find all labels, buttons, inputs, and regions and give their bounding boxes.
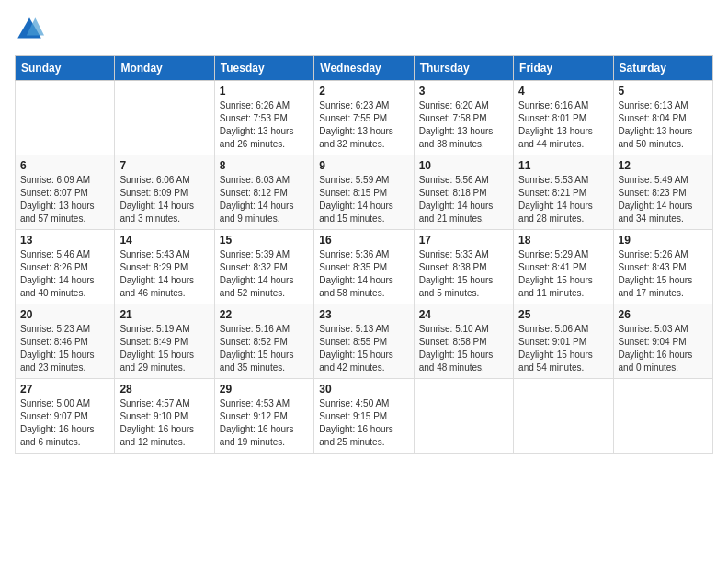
day-info: Sunrise: 4:57 AMSunset: 9:10 PMDaylight:…: [119, 397, 209, 449]
day-cell: 5Sunrise: 6:13 AMSunset: 8:04 PMDaylight…: [613, 81, 712, 155]
day-cell: 29Sunrise: 4:53 AMSunset: 9:12 PMDayligh…: [214, 379, 313, 454]
day-info: Sunrise: 5:46 AMSunset: 8:26 PMDaylight:…: [20, 248, 109, 300]
day-cell: [514, 379, 613, 454]
header-tuesday: Tuesday: [214, 56, 313, 81]
day-info: Sunrise: 5:39 AMSunset: 8:32 PMDaylight:…: [220, 248, 309, 300]
day-cell: 7Sunrise: 6:06 AMSunset: 8:09 PMDaylight…: [115, 155, 214, 230]
day-cell: 25Sunrise: 5:06 AMSunset: 9:01 PMDayligh…: [514, 304, 613, 379]
day-number: 13: [20, 234, 109, 247]
day-number: 6: [20, 159, 109, 172]
day-number: 1: [220, 85, 309, 98]
day-number: 2: [319, 85, 408, 98]
day-cell: 28Sunrise: 4:57 AMSunset: 9:10 PMDayligh…: [115, 379, 214, 454]
day-cell: 20Sunrise: 5:23 AMSunset: 8:46 PMDayligh…: [16, 304, 115, 379]
day-cell: 19Sunrise: 5:26 AMSunset: 8:43 PMDayligh…: [613, 230, 712, 304]
day-number: 5: [619, 85, 708, 98]
day-number: 3: [419, 85, 508, 98]
day-number: 8: [220, 159, 309, 172]
logo-icon: [15, 15, 44, 44]
day-info: Sunrise: 6:03 AMSunset: 8:12 PMDaylight:…: [220, 174, 309, 225]
day-cell: 26Sunrise: 5:03 AMSunset: 9:04 PMDayligh…: [613, 304, 712, 379]
week-row-5: 27Sunrise: 5:00 AMSunset: 9:07 PMDayligh…: [16, 379, 713, 454]
week-row-1: 1Sunrise: 6:26 AMSunset: 7:53 PMDaylight…: [16, 81, 713, 155]
day-info: Sunrise: 6:23 AMSunset: 7:55 PMDaylight:…: [319, 99, 408, 151]
day-info: Sunrise: 5:19 AMSunset: 8:49 PMDaylight:…: [119, 323, 209, 374]
week-row-2: 6Sunrise: 6:09 AMSunset: 8:07 PMDaylight…: [16, 155, 713, 230]
day-cell: 18Sunrise: 5:29 AMSunset: 8:41 PMDayligh…: [514, 230, 613, 304]
day-cell: 10Sunrise: 5:56 AMSunset: 8:18 PMDayligh…: [414, 155, 513, 230]
day-cell: 2Sunrise: 6:23 AMSunset: 7:55 PMDaylight…: [314, 81, 414, 155]
day-info: Sunrise: 5:59 AMSunset: 8:15 PMDaylight:…: [319, 174, 408, 225]
day-info: Sunrise: 6:16 AMSunset: 8:01 PMDaylight:…: [518, 99, 608, 151]
day-number: 19: [619, 234, 708, 247]
header-row: SundayMondayTuesdayWednesdayThursdayFrid…: [16, 56, 713, 81]
day-info: Sunrise: 5:06 AMSunset: 9:01 PMDaylight:…: [518, 323, 608, 374]
day-number: 9: [319, 159, 408, 172]
day-number: 30: [319, 383, 408, 396]
week-row-3: 13Sunrise: 5:46 AMSunset: 8:26 PMDayligh…: [16, 230, 713, 304]
day-number: 18: [518, 234, 608, 247]
day-cell: 12Sunrise: 5:49 AMSunset: 8:23 PMDayligh…: [613, 155, 712, 230]
day-number: 28: [119, 383, 209, 396]
day-cell: 3Sunrise: 6:20 AMSunset: 7:58 PMDaylight…: [414, 81, 513, 155]
day-cell: 14Sunrise: 5:43 AMSunset: 8:29 PMDayligh…: [115, 230, 214, 304]
day-info: Sunrise: 6:09 AMSunset: 8:07 PMDaylight:…: [20, 174, 109, 225]
day-cell: 24Sunrise: 5:10 AMSunset: 8:58 PMDayligh…: [414, 304, 513, 379]
day-number: 14: [119, 234, 209, 247]
day-info: Sunrise: 5:16 AMSunset: 8:52 PMDaylight:…: [220, 323, 309, 374]
day-info: Sunrise: 5:43 AMSunset: 8:29 PMDaylight:…: [119, 248, 209, 300]
day-info: Sunrise: 5:03 AMSunset: 9:04 PMDaylight:…: [619, 323, 708, 374]
day-number: 16: [319, 234, 408, 247]
day-number: 11: [518, 159, 608, 172]
day-cell: 22Sunrise: 5:16 AMSunset: 8:52 PMDayligh…: [214, 304, 313, 379]
day-info: Sunrise: 5:53 AMSunset: 8:21 PMDaylight:…: [518, 174, 608, 225]
day-cell: 15Sunrise: 5:39 AMSunset: 8:32 PMDayligh…: [214, 230, 313, 304]
day-number: 10: [419, 159, 508, 172]
day-info: Sunrise: 4:53 AMSunset: 9:12 PMDaylight:…: [220, 397, 309, 449]
day-cell: 21Sunrise: 5:19 AMSunset: 8:49 PMDayligh…: [115, 304, 214, 379]
day-cell: [16, 81, 115, 155]
day-info: Sunrise: 4:50 AMSunset: 9:15 PMDaylight:…: [319, 397, 408, 449]
header-wednesday: Wednesday: [314, 56, 414, 81]
day-info: Sunrise: 5:56 AMSunset: 8:18 PMDaylight:…: [419, 174, 508, 225]
day-cell: 30Sunrise: 4:50 AMSunset: 9:15 PMDayligh…: [314, 379, 414, 454]
day-number: 29: [220, 383, 309, 396]
day-number: 22: [220, 308, 309, 321]
day-number: 20: [20, 308, 109, 321]
header-monday: Monday: [115, 56, 214, 81]
day-info: Sunrise: 5:29 AMSunset: 8:41 PMDaylight:…: [518, 248, 608, 300]
header-thursday: Thursday: [414, 56, 513, 81]
day-info: Sunrise: 5:00 AMSunset: 9:07 PMDaylight:…: [20, 397, 109, 449]
week-row-4: 20Sunrise: 5:23 AMSunset: 8:46 PMDayligh…: [16, 304, 713, 379]
day-info: Sunrise: 5:49 AMSunset: 8:23 PMDaylight:…: [619, 174, 708, 225]
header-friday: Friday: [514, 56, 613, 81]
day-cell: 27Sunrise: 5:00 AMSunset: 9:07 PMDayligh…: [16, 379, 115, 454]
day-cell: 17Sunrise: 5:33 AMSunset: 8:38 PMDayligh…: [414, 230, 513, 304]
day-number: 26: [619, 308, 708, 321]
header-sunday: Sunday: [16, 56, 115, 81]
header-saturday: Saturday: [613, 56, 712, 81]
logo: [15, 15, 48, 44]
day-cell: 11Sunrise: 5:53 AMSunset: 8:21 PMDayligh…: [514, 155, 613, 230]
day-cell: 6Sunrise: 6:09 AMSunset: 8:07 PMDaylight…: [16, 155, 115, 230]
day-info: Sunrise: 5:23 AMSunset: 8:46 PMDaylight:…: [20, 323, 109, 374]
day-cell: 16Sunrise: 5:36 AMSunset: 8:35 PMDayligh…: [314, 230, 414, 304]
day-number: 17: [419, 234, 508, 247]
day-number: 7: [119, 159, 209, 172]
day-number: 27: [20, 383, 109, 396]
day-cell: [414, 379, 513, 454]
day-cell: 4Sunrise: 6:16 AMSunset: 8:01 PMDaylight…: [514, 81, 613, 155]
day-cell: 1Sunrise: 6:26 AMSunset: 7:53 PMDaylight…: [214, 81, 313, 155]
page-header: [15, 15, 713, 44]
day-info: Sunrise: 6:06 AMSunset: 8:09 PMDaylight:…: [119, 174, 209, 225]
day-info: Sunrise: 5:10 AMSunset: 8:58 PMDaylight:…: [419, 323, 508, 374]
day-info: Sunrise: 6:26 AMSunset: 7:53 PMDaylight:…: [220, 99, 309, 151]
day-cell: 8Sunrise: 6:03 AMSunset: 8:12 PMDaylight…: [214, 155, 313, 230]
calendar-table: SundayMondayTuesdayWednesdayThursdayFrid…: [15, 55, 713, 454]
day-info: Sunrise: 5:26 AMSunset: 8:43 PMDaylight:…: [619, 248, 708, 300]
day-info: Sunrise: 6:13 AMSunset: 8:04 PMDaylight:…: [619, 99, 708, 151]
day-cell: 13Sunrise: 5:46 AMSunset: 8:26 PMDayligh…: [16, 230, 115, 304]
day-info: Sunrise: 5:36 AMSunset: 8:35 PMDaylight:…: [319, 248, 408, 300]
day-info: Sunrise: 5:33 AMSunset: 8:38 PMDaylight:…: [419, 248, 508, 300]
day-info: Sunrise: 6:20 AMSunset: 7:58 PMDaylight:…: [419, 99, 508, 151]
